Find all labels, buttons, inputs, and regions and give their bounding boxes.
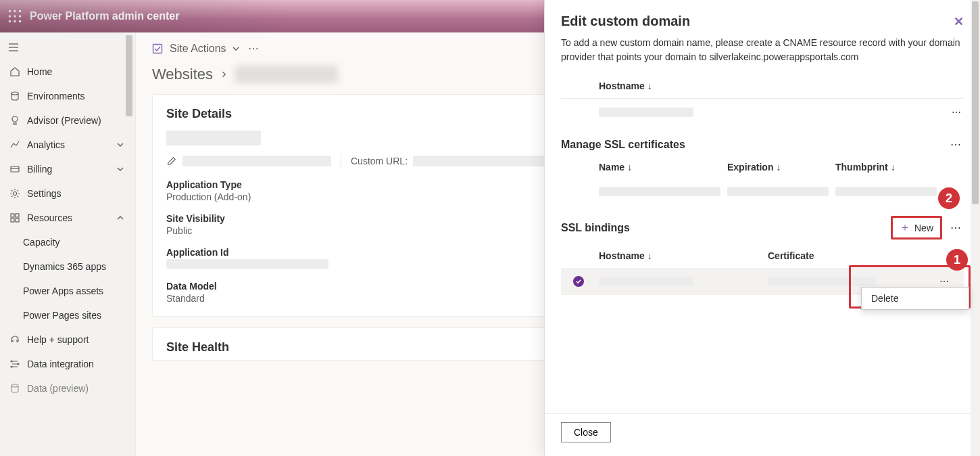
- sidebar-item-billing[interactable]: Billing: [0, 157, 135, 181]
- sidebar-item-capacity[interactable]: Capacity: [0, 230, 135, 254]
- field-label: Site Visibility: [166, 213, 550, 224]
- check-icon: [573, 276, 584, 287]
- site-health-title: Site Health: [166, 340, 229, 354]
- redacted-custom-url: .: [413, 156, 548, 166]
- panel-description: To add a new custom domain name, please …: [561, 36, 964, 64]
- svg-point-23: [11, 366, 12, 367]
- name-column-header[interactable]: Name↓: [599, 162, 720, 173]
- svg-rect-20: [16, 219, 19, 222]
- breadcrumb-current: ████████: [235, 66, 338, 83]
- plus-icon: ＋: [900, 221, 910, 235]
- callout-two: 2: [938, 187, 960, 209]
- svg-point-6: [9, 20, 11, 23]
- more-icon[interactable]: ⋯: [949, 107, 964, 118]
- sidebar-item-label: Advisor (Preview): [27, 115, 101, 126]
- sidebar-item-home[interactable]: Home: [0, 60, 135, 84]
- site-details-title: Site Details: [166, 107, 232, 121]
- sidebar-item-help[interactable]: Help + support: [0, 327, 135, 352]
- more-icon[interactable]: ⋯: [937, 276, 964, 287]
- hostname-column-header[interactable]: Hostname↓: [599, 250, 761, 261]
- field-label: Data Model: [166, 281, 550, 292]
- new-binding-button[interactable]: ＋ New: [891, 216, 942, 240]
- sidebar-item-label: Home: [27, 66, 52, 77]
- sidebar-item-label: Billing: [27, 164, 52, 175]
- sidebar-item-analytics[interactable]: Analytics: [0, 133, 135, 157]
- breadcrumb-root[interactable]: Websites: [152, 66, 213, 83]
- sidebar-item-label: Capacity: [23, 237, 59, 248]
- close-button[interactable]: Close: [561, 422, 611, 442]
- certificate-column-header[interactable]: Certificate: [768, 250, 930, 261]
- site-actions-label: Site Actions: [170, 43, 226, 55]
- redacted-binding-cert: .: [768, 277, 876, 286]
- close-icon[interactable]: ✕: [954, 14, 964, 29]
- page-scrollbar[interactable]: [971, 0, 980, 456]
- new-label: New: [914, 223, 933, 233]
- sidebar-item-data-integration[interactable]: Data integration: [0, 352, 135, 376]
- delete-menu-item[interactable]: Delete: [862, 288, 969, 309]
- sidebar-item-label: Resources: [27, 212, 72, 223]
- sidebar: Home Environments Advisor (Preview) Anal…: [0, 32, 135, 456]
- sidebar-item-label: Power Apps assets: [23, 286, 103, 296]
- svg-rect-17: [11, 214, 14, 217]
- sidebar-item-label: Settings: [27, 188, 62, 199]
- svg-point-12: [11, 92, 18, 95]
- sidebar-item-advisor[interactable]: Advisor (Preview): [0, 108, 135, 133]
- svg-point-7: [14, 20, 16, 23]
- thumbprint-column-header[interactable]: Thumbprint↓: [835, 162, 937, 173]
- sidebar-scrollbar[interactable]: [124, 34, 134, 455]
- more-icon[interactable]: ⋯: [248, 42, 259, 55]
- svg-point-24: [11, 384, 18, 387]
- sidebar-item-label: Dynamics 365 apps: [23, 261, 106, 272]
- svg-point-21: [11, 361, 12, 362]
- sidebar-item-data-preview[interactable]: Data (preview): [0, 376, 135, 401]
- sidebar-item-label: Data integration: [27, 359, 94, 369]
- sidebar-item-d365apps[interactable]: Dynamics 365 apps: [0, 254, 135, 279]
- field-value: Production (Add-on): [166, 191, 550, 202]
- sidebar-item-settings[interactable]: Settings: [0, 181, 135, 206]
- field-value: Standard: [166, 293, 550, 304]
- context-menu: Delete: [861, 287, 969, 310]
- pencil-icon[interactable]: [166, 156, 177, 166]
- sidebar-item-powerapps-assets[interactable]: Power Apps assets: [0, 279, 135, 303]
- waffle-icon[interactable]: [8, 9, 22, 23]
- sidebar-item-environments[interactable]: Environments: [0, 84, 135, 108]
- custom-url-label: Custom URL:: [351, 156, 408, 166]
- sidebar-item-label: Power Pages sites: [23, 310, 101, 321]
- expiration-column-header[interactable]: Expiration↓: [727, 162, 829, 173]
- panel-title: Edit custom domain: [561, 14, 690, 29]
- svg-rect-18: [16, 214, 19, 217]
- checkbox-icon[interactable]: [152, 43, 163, 54]
- svg-rect-14: [11, 166, 19, 172]
- sidebar-item-label: Data (preview): [27, 383, 89, 394]
- sidebar-item-label: Environments: [27, 91, 85, 101]
- svg-point-8: [19, 20, 22, 23]
- sidebar-item-powerpages[interactable]: Power Pages sites: [0, 303, 135, 327]
- svg-rect-19: [11, 219, 14, 222]
- redacted-app-id: .: [166, 259, 328, 269]
- more-icon[interactable]: ⋯: [948, 221, 964, 234]
- svg-point-0: [9, 10, 11, 13]
- field-label: Application Type: [166, 179, 550, 190]
- svg-point-3: [9, 15, 11, 18]
- site-actions-menu[interactable]: Site Actions: [170, 43, 241, 55]
- svg-rect-25: [153, 44, 162, 53]
- edit-custom-domain-panel: Edit custom domain ✕ To add a new custom…: [544, 0, 980, 456]
- svg-point-1: [14, 10, 16, 13]
- hamburger-icon[interactable]: [0, 38, 135, 60]
- field-value: Public: [166, 225, 550, 236]
- svg-point-2: [19, 10, 22, 13]
- banner-title: Power Platform admin center: [30, 10, 179, 22]
- hostname-column-header[interactable]: Hostname↓: [599, 81, 652, 91]
- svg-point-16: [14, 192, 17, 196]
- ssl-cert-row[interactable]: . . . ⋯: [561, 179, 964, 204]
- redacted-cert-exp: .: [727, 187, 829, 196]
- sidebar-item-resources[interactable]: Resources: [0, 206, 135, 230]
- svg-point-4: [14, 15, 16, 18]
- hostname-row[interactable]: . ⋯: [561, 99, 964, 126]
- redacted-url: .: [182, 156, 331, 166]
- chevron-right-icon: [220, 70, 228, 78]
- field-label: Application Id: [166, 247, 550, 258]
- more-icon[interactable]: ⋯: [948, 138, 964, 151]
- redacted-hostname: .: [599, 108, 693, 117]
- ssl-section-title: Manage SSL certificates: [561, 139, 685, 151]
